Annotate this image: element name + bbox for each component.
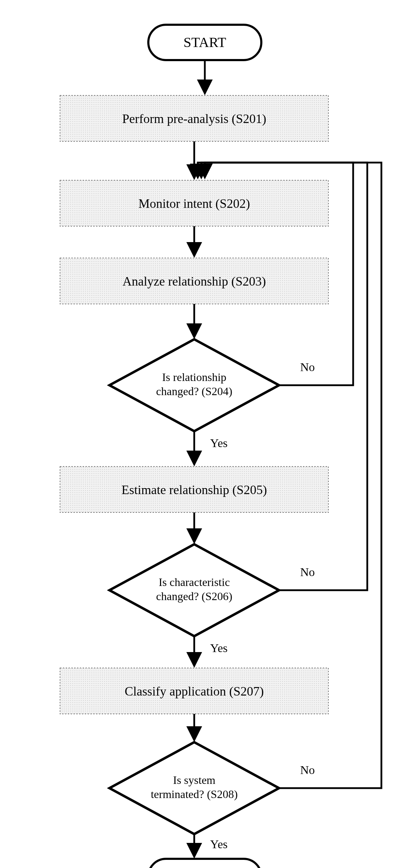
edge-s206-no-label: No: [300, 565, 315, 579]
node-s208-line2: terminated? (S208): [151, 788, 238, 800]
node-s208-line1: Is system: [173, 774, 215, 786]
node-s206: Is characteristic changed? (S206): [109, 544, 279, 636]
edge-s208-no-label: No: [300, 763, 315, 776]
edge-s208-yes-label: Yes: [210, 838, 227, 851]
node-s206-line1: Is characteristic: [159, 576, 230, 588]
node-s201-label: Perform pre-analysis (S201): [122, 112, 266, 126]
node-start: START: [148, 25, 261, 60]
svg-rect-11: [148, 859, 261, 868]
node-s205: Estimate relationship (S205): [60, 467, 328, 512]
node-s206-line2: changed? (S206): [156, 590, 232, 603]
node-s204: Is relationship changed? (S204): [109, 339, 279, 431]
edge-s204-s205: Yes: [194, 431, 227, 464]
node-s205-label: Estimate relationship (S205): [121, 483, 267, 497]
node-s203: Analyze relationship (S203): [60, 258, 328, 304]
node-s201: Perform pre-analysis (S201): [60, 95, 328, 141]
node-start-label: START: [183, 34, 226, 50]
node-s202: Monitor intent (S202): [60, 180, 328, 226]
node-s207: Classify application (S207): [60, 668, 328, 714]
node-s207-label: Classify application (S207): [125, 684, 264, 698]
edge-s204-yes-label: Yes: [210, 436, 227, 450]
edge-s208-end: Yes: [194, 834, 227, 856]
node-s208: Is system terminated? (S208): [109, 742, 279, 834]
node-s202-label: Monitor intent (S202): [138, 197, 250, 211]
flowchart-canvas: START Perform pre-analysis (S201) Monito…: [0, 0, 410, 868]
edge-s206-yes-label: Yes: [210, 641, 227, 655]
node-s204-line2: changed? (S204): [156, 385, 232, 398]
edge-s204-no-label: No: [300, 360, 315, 374]
edge-s206-s207: Yes: [194, 636, 227, 665]
node-end: END: [148, 859, 261, 868]
node-s204-line1: Is relationship: [162, 371, 226, 383]
node-s203-label: Analyze relationship (S203): [123, 274, 266, 288]
